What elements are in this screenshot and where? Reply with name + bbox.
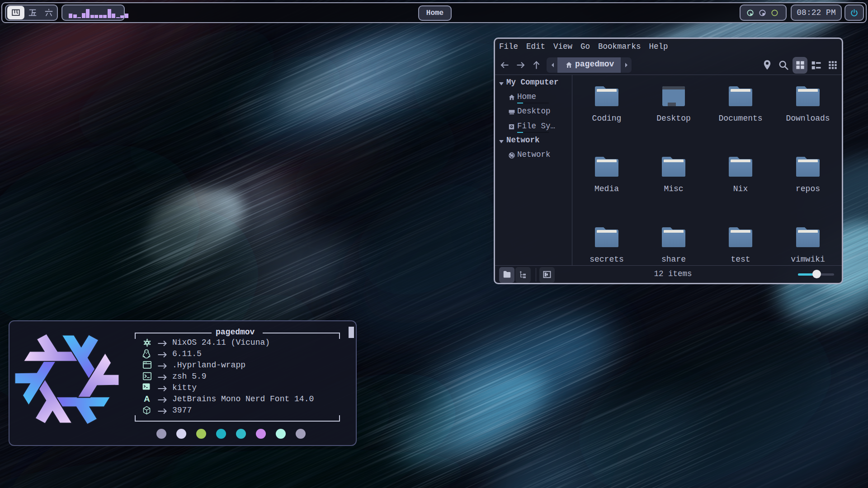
svg-text:A: A (144, 394, 150, 404)
